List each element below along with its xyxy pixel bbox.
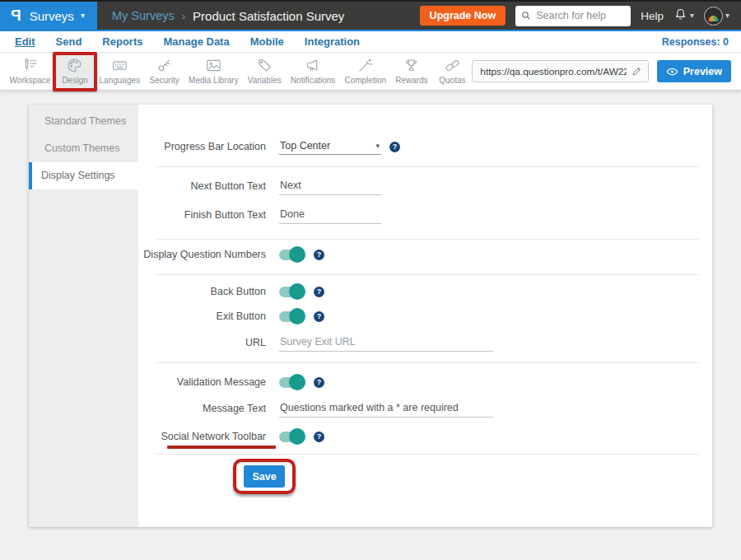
notifications-megaphone-icon [305, 57, 322, 74]
responses-count: Responses: 0 [662, 36, 729, 48]
validation-message-label: Validation Message [138, 376, 266, 388]
back-button-label: Back Button [138, 286, 266, 297]
tab-reports[interactable]: Reports [102, 35, 142, 48]
message-text-label: Message Text [138, 403, 266, 414]
divider [155, 166, 699, 167]
media-library-image-icon [205, 57, 222, 74]
toolbar-notifications[interactable]: Notifications [286, 53, 340, 91]
progress-bar-location-select[interactable]: Top Center ▾ [279, 138, 381, 155]
search-icon [521, 11, 531, 21]
top-header: P Surveys ▾ My Surveys › Product Satisfa… [0, 2, 741, 31]
survey-nav: Edit Send Reports Manage Data Mobile Int… [0, 31, 741, 53]
survey-url-value: https://qa.questionpro.com/t/AW22Zcq2J [480, 66, 626, 77]
social-network-toolbar-toggle[interactable] [279, 432, 304, 442]
variables-tag-icon [256, 57, 273, 74]
toolbar-variables[interactable]: Variables [243, 53, 286, 91]
completion-wand-icon [357, 57, 374, 74]
preview-label: Preview [683, 66, 722, 77]
toolbar-rewards[interactable]: Rewards [391, 53, 433, 91]
display-question-numbers-toggle[interactable] [279, 250, 304, 260]
toolbar-quotas[interactable]: Quotas [432, 53, 472, 91]
help-icon[interactable]: ? [314, 377, 324, 388]
edit-url-button[interactable] [627, 61, 648, 82]
themes-sidebar: Standard Themes Custom Themes Display Se… [29, 105, 138, 527]
rewards-trophy-icon [403, 57, 420, 74]
tab-edit[interactable]: Edit [15, 35, 35, 48]
bell-icon [673, 7, 687, 26]
search-input[interactable] [536, 10, 625, 21]
save-button[interactable]: Save [244, 465, 285, 488]
next-button-text-input[interactable] [279, 178, 381, 195]
divider [155, 239, 699, 240]
account-menu[interactable]: ▾ [704, 7, 729, 26]
toolbar-item-label: Notifications [291, 76, 335, 85]
sidebar-item-custom-themes[interactable]: Custom Themes [29, 135, 138, 162]
app-window: P Surveys ▾ My Surveys › Product Satisfa… [0, 0, 741, 560]
toggle-knob [289, 428, 305, 445]
help-icon[interactable]: ? [314, 432, 324, 442]
toolbar-media-library[interactable]: Media Library [184, 53, 244, 91]
exit-button-label: Exit Button [138, 310, 266, 322]
exit-button-toggle[interactable] [279, 311, 304, 322]
finish-button-text-input[interactable] [279, 207, 381, 224]
toolbar-security[interactable]: Security [145, 53, 184, 91]
notifications-menu[interactable]: ▾ [673, 7, 694, 26]
toolbar-item-label: Design [62, 76, 87, 85]
help-icon[interactable]: ? [314, 287, 324, 297]
chevron-down-icon: ▾ [690, 12, 694, 20]
app-menu-label: Surveys [30, 9, 74, 23]
toolbar-item-label: Completion [344, 76, 386, 85]
toolbar-languages[interactable]: Languages [95, 53, 145, 91]
annotation-underline-social [167, 446, 276, 449]
toolbar-workspace[interactable]: Workspace [5, 53, 55, 91]
progress-bar-location-label: Progress Bar Location [138, 141, 266, 152]
toolbar-item-label: Rewards [395, 76, 427, 85]
questionpro-logo: P [11, 7, 21, 25]
toolbar-item-label: Security [150, 76, 179, 85]
tab-integration[interactable]: Integration [305, 35, 360, 48]
tab-send[interactable]: Send [56, 35, 82, 48]
design-palette-icon [66, 57, 83, 74]
header-actions: Upgrade Now Help ▾ ▾ [420, 6, 741, 26]
sidebar-item-display-settings[interactable]: Display Settings [29, 162, 138, 189]
toolbar-design[interactable]: Design [55, 53, 95, 91]
app-switcher[interactable]: P Surveys ▾ [0, 2, 97, 30]
breadcrumb: My Surveys › Product Satisfaction Survey [112, 9, 344, 23]
display-settings-form: Progress Bar Location Top Center ▾ ? Nex… [138, 105, 712, 527]
help-icon[interactable]: ? [314, 250, 324, 260]
sidebar-item-standard-themes[interactable]: Standard Themes [29, 108, 138, 135]
validation-message-toggle[interactable] [279, 377, 304, 388]
social-network-toolbar-label: Social Network Toolbar [138, 431, 266, 442]
toolbar-item-label: Media Library [189, 76, 239, 85]
tab-mobile[interactable]: Mobile [250, 35, 284, 48]
selected-value: Top Center [280, 140, 330, 152]
tab-manage-data[interactable]: Manage Data [163, 35, 229, 48]
back-button-toggle[interactable] [279, 287, 304, 297]
message-text-input[interactable] [279, 400, 493, 418]
exit-url-input[interactable] [279, 334, 493, 352]
quotas-chain-icon [444, 57, 461, 74]
avatar-gauge-graphic [708, 16, 719, 21]
help-link[interactable]: Help [641, 10, 664, 22]
toolbar-item-label: Quotas [439, 76, 465, 85]
eye-icon [666, 67, 678, 77]
toggle-knob [289, 246, 305, 263]
toggle-knob [289, 283, 305, 300]
breadcrumb-my-surveys[interactable]: My Surveys [112, 9, 175, 22]
toolbar-item-label: Workspace [10, 76, 51, 85]
avatar [704, 7, 723, 26]
toolbar-completion[interactable]: Completion [340, 53, 391, 91]
help-icon[interactable]: ? [314, 311, 324, 322]
breadcrumb-separator: › [182, 10, 185, 22]
page-title: Product Satisfaction Survey [193, 9, 344, 23]
help-icon[interactable]: ? [389, 142, 400, 152]
upgrade-now-button[interactable]: Upgrade Now [420, 6, 506, 26]
help-search-box[interactable] [515, 6, 631, 26]
next-button-text-label: Next Button Text [138, 180, 266, 192]
finish-button-text-label: Finish Button Text [138, 209, 266, 221]
edit-toolbar: Workspace Design Languages Security M [0, 53, 741, 91]
preview-button[interactable]: Preview [657, 60, 731, 82]
save-area: Save [244, 465, 285, 488]
display-question-numbers-label: Display Question Numbers [138, 249, 266, 260]
security-key-icon [156, 57, 173, 74]
